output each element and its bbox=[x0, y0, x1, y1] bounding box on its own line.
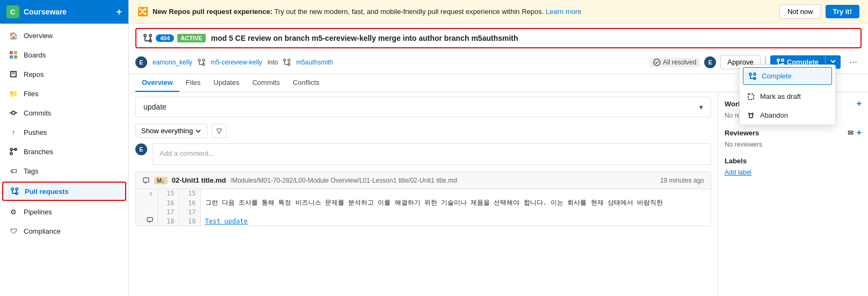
sidebar-item-branches[interactable]: Branches bbox=[0, 142, 128, 161]
banner-prefix: New Repos pull request experience: bbox=[153, 8, 272, 16]
sidebar-item-repos[interactable]: Repos bbox=[0, 64, 128, 84]
diff-line-content bbox=[200, 189, 711, 198]
sidebar-item-label: Overview bbox=[24, 32, 53, 40]
sidebar-item-tags[interactable]: 🏷 Tags bbox=[0, 161, 128, 181]
svg-point-13 bbox=[16, 188, 18, 190]
branch-icon bbox=[9, 147, 18, 156]
reviewers-section: Reviewers ✉ + No reviewers bbox=[725, 128, 862, 148]
comment-area: E Add a comment... bbox=[135, 143, 711, 165]
add-reviewer-button[interactable]: + bbox=[857, 128, 862, 138]
tab-commits[interactable]: Commits bbox=[246, 74, 286, 92]
add-work-item-button[interactable]: + bbox=[857, 99, 862, 109]
sidebar-item-label: Boards bbox=[24, 51, 46, 59]
svg-rect-3 bbox=[14, 55, 17, 59]
svg-rect-38 bbox=[147, 218, 153, 221]
source-branch-link[interactable]: m5-cereview-kelly bbox=[211, 59, 262, 66]
sidebar-item-label: Tags bbox=[24, 167, 38, 175]
sidebar-nav: 🏠 Overview Boards Repos 📁 Files Commits bbox=[0, 24, 128, 296]
svg-point-26 bbox=[284, 59, 286, 61]
filter-icon-button[interactable]: ▽ bbox=[212, 124, 227, 138]
sidebar-item-label: Pull requests bbox=[25, 187, 69, 196]
sidebar-item-label: Branches bbox=[24, 148, 53, 156]
add-label-link[interactable]: Add label bbox=[725, 169, 751, 176]
not-now-button[interactable]: Not now bbox=[779, 4, 821, 19]
svg-point-32 bbox=[777, 59, 779, 61]
pr-id: 404 ACTIVE bbox=[143, 33, 206, 43]
reviewers-title: Reviewers ✉ + bbox=[725, 128, 862, 138]
diff-link[interactable]: Test update bbox=[205, 218, 248, 225]
main-content: 🔀 New Repos pull request experience: Try… bbox=[129, 0, 868, 296]
pr-status-badge: ACTIVE bbox=[177, 34, 205, 42]
chevron-down-icon bbox=[830, 58, 836, 64]
diff-line-num-right: 16 bbox=[179, 198, 200, 208]
banner-learn-more-link[interactable]: Learn more bbox=[546, 8, 581, 16]
diff-row: 17 17 bbox=[136, 208, 711, 216]
add-project-button[interactable]: + bbox=[116, 6, 122, 18]
sidebar: C Courseware + 🏠 Overview Boards Repos 📁… bbox=[0, 0, 129, 296]
pr-title: mod 5 CE review on branch m5-cereview-ke… bbox=[211, 34, 518, 42]
dropdown-draft-label: Mark as draft bbox=[760, 92, 801, 100]
diff-line-num-left: 17 bbox=[157, 208, 179, 216]
content-main: update ▾ Show everything ▽ E Add a comme… bbox=[129, 92, 718, 296]
tab-updates[interactable]: Updates bbox=[207, 74, 245, 92]
svg-point-18 bbox=[149, 34, 151, 37]
into-text: into bbox=[267, 59, 278, 66]
svg-point-42 bbox=[754, 73, 756, 75]
sidebar-item-compliance[interactable]: 🛡 Compliance bbox=[0, 221, 128, 241]
svg-point-4 bbox=[12, 111, 15, 114]
svg-rect-36 bbox=[143, 178, 149, 182]
diff-expand-icon bbox=[136, 198, 157, 208]
diff-expand-icon bbox=[136, 208, 157, 216]
sidebar-item-pull-requests[interactable]: Pull requests bbox=[2, 182, 126, 201]
file-diff: M↓ 02-Unit1 title.md /Modules/M01-70-282… bbox=[135, 171, 711, 226]
dropdown-item-mark-as-draft[interactable]: Mark as draft bbox=[740, 87, 835, 106]
try-it-button[interactable]: Try it! bbox=[826, 5, 859, 18]
dropdown-item-complete[interactable]: Complete bbox=[743, 67, 832, 85]
svg-line-46 bbox=[749, 113, 750, 114]
resolved-badge: All resolved bbox=[649, 57, 700, 67]
author-link[interactable]: eamonn_kelly bbox=[153, 59, 192, 66]
svg-rect-2 bbox=[10, 55, 13, 59]
resolved-text: All resolved bbox=[663, 59, 696, 66]
pipeline-icon: ⚙ bbox=[9, 207, 18, 216]
dropdown-item-abandon[interactable]: Abandon bbox=[740, 106, 835, 125]
svg-point-21 bbox=[198, 59, 200, 61]
svg-point-34 bbox=[782, 59, 784, 61]
update-section-header[interactable]: update ▾ bbox=[136, 97, 711, 117]
sidebar-item-files[interactable]: 📁 Files bbox=[0, 84, 128, 103]
sidebar-item-boards[interactable]: Boards bbox=[0, 45, 128, 64]
sidebar-item-overview[interactable]: 🏠 Overview bbox=[0, 26, 128, 45]
diff-row: ↕ 15 15 bbox=[136, 189, 711, 198]
folder-icon: 📁 bbox=[9, 89, 18, 98]
show-everything-button[interactable]: Show everything bbox=[135, 124, 207, 138]
svg-point-40 bbox=[749, 73, 751, 75]
tab-overview[interactable]: Overview bbox=[135, 74, 179, 92]
banner: 🔀 New Repos pull request experience: Try… bbox=[129, 0, 868, 24]
tab-files[interactable]: Files bbox=[179, 74, 207, 92]
diff-line-num-left: 15 bbox=[157, 189, 179, 198]
org-avatar: C bbox=[6, 5, 19, 18]
update-section: update ▾ bbox=[135, 97, 711, 117]
sidebar-item-commits[interactable]: Commits bbox=[0, 103, 128, 122]
dropdown-abandon-label: Abandon bbox=[760, 111, 788, 119]
diff-line-content bbox=[200, 208, 711, 216]
comment-icon[interactable] bbox=[136, 216, 157, 226]
author-avatar: E bbox=[135, 56, 147, 68]
comment-input[interactable]: Add a comment... bbox=[153, 143, 711, 165]
house-icon: 🏠 bbox=[9, 31, 18, 40]
comment-author-avatar: E bbox=[135, 143, 147, 155]
complete-dropdown-menu: Complete Mark as draft Abandon bbox=[739, 64, 836, 125]
tab-conflicts[interactable]: Conflicts bbox=[286, 74, 326, 92]
diff-row: 18 18 Test update bbox=[136, 216, 711, 226]
svg-point-8 bbox=[10, 153, 12, 155]
diff-line-num-right: 17 bbox=[179, 208, 200, 216]
pr-icon bbox=[10, 186, 19, 196]
target-branch-link[interactable]: m5authsmith bbox=[296, 59, 333, 66]
reviewers-empty: No reviewers bbox=[725, 141, 862, 148]
sidebar-item-pushes[interactable]: ↑ Pushes bbox=[0, 122, 128, 142]
more-options-button[interactable]: ··· bbox=[845, 54, 862, 70]
filter-icon: ▽ bbox=[216, 127, 222, 135]
sidebar-item-pipelines[interactable]: ⚙ Pipelines bbox=[0, 202, 128, 221]
org-name: Courseware bbox=[24, 8, 67, 16]
mail-reviewers-button[interactable]: ✉ bbox=[848, 129, 853, 137]
